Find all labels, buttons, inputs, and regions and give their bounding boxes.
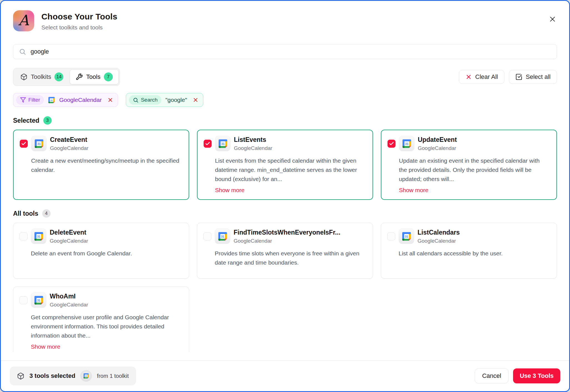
cancel-button[interactable]: Cancel — [475, 368, 509, 383]
svg-text:31: 31 — [85, 375, 88, 377]
tool-checkbox[interactable] — [388, 140, 396, 148]
selected-section-label: Selected — [13, 117, 39, 124]
filter-chip-value: GoogleCalendar — [59, 97, 102, 103]
remove-filter-icon[interactable] — [106, 96, 115, 104]
choose-tools-modal: A Choose Your Tools Select toolkits and … — [0, 0, 570, 392]
svg-text:31: 31 — [221, 142, 224, 145]
search-chip-value: "google" — [165, 97, 187, 103]
tool-description: Update an existing event in the specifie… — [399, 156, 550, 184]
tool-description: List events from the specified calendar … — [215, 156, 366, 184]
tool-name: WhoAmI — [50, 293, 88, 300]
search-icon — [19, 48, 26, 55]
show-more-link[interactable]: Show more — [31, 343, 60, 350]
modal-footer: 3 tools selected 31 from 1 toolkit Cance… — [1, 360, 569, 391]
svg-text:31: 31 — [221, 235, 224, 238]
tool-description: Provides time slots when everyone is fre… — [215, 249, 367, 267]
tool-card-listcalendars[interactable]: 31 ListCalendars GoogleCalendar List all… — [381, 223, 557, 279]
tool-card-createevent[interactable]: 31 CreateEvent GoogleCalendar Create a n… — [13, 130, 189, 200]
all-tools-count-badge: 4 — [42, 209, 51, 218]
svg-text:31: 31 — [405, 235, 408, 238]
clear-all-button[interactable]: Clear All — [459, 70, 504, 84]
clear-all-label: Clear All — [475, 73, 498, 81]
tool-checkbox[interactable] — [19, 232, 28, 240]
tool-card-deleteevent[interactable]: 31 DeleteEvent GoogleCalendar Delete an … — [13, 223, 189, 279]
toolkit-avatar: 31 — [80, 370, 92, 382]
tool-description: Delete an event from Google Calendar. — [31, 249, 183, 258]
wrench-icon — [76, 73, 83, 81]
page-subtitle: Select toolkits and tools — [41, 24, 117, 31]
google-calendar-icon: 31 — [399, 136, 414, 151]
google-calendar-icon: 31 — [48, 96, 55, 104]
google-calendar-icon: 31 — [215, 136, 231, 151]
tool-toolkit: GoogleCalendar — [418, 238, 460, 244]
google-calendar-icon: 31 — [31, 136, 47, 151]
close-icon[interactable] — [547, 14, 558, 25]
selected-tools-grid: 31 CreateEvent GoogleCalendar Create a n… — [13, 130, 557, 200]
search-small-icon — [133, 97, 139, 103]
tool-toolkit: GoogleCalendar — [234, 238, 340, 244]
show-more-link[interactable]: Show more — [215, 187, 244, 194]
tool-name: ListCalendars — [418, 229, 460, 236]
svg-text:31: 31 — [37, 142, 41, 145]
all-tools-section-label: All tools — [13, 210, 38, 217]
search-chip: Search "google" — [126, 93, 203, 107]
tools-selected-count: 3 tools selected — [29, 372, 75, 380]
use-tools-button[interactable]: Use 3 Tools — [513, 368, 560, 383]
search-chip-kind: Search — [129, 95, 161, 105]
tool-description: List all calendars accessible by the use… — [399, 249, 551, 258]
tool-checkbox[interactable] — [19, 296, 28, 304]
svg-text:31: 31 — [50, 99, 53, 101]
tool-name: CreateEvent — [50, 136, 88, 144]
selection-summary: 3 tools selected 31 from 1 toolkit — [10, 366, 136, 385]
from-toolkit-label: from 1 toolkit — [97, 373, 129, 379]
tool-card-listevents[interactable]: 31 ListEvents GoogleCalendar List events… — [197, 130, 373, 200]
google-calendar-icon: 31 — [31, 228, 46, 244]
tool-checkbox[interactable] — [203, 232, 211, 240]
tool-name: DeleteEvent — [50, 229, 88, 236]
funnel-icon — [20, 97, 26, 103]
selected-count-badge: 3 — [43, 116, 52, 125]
tool-toolkit: GoogleCalendar — [50, 238, 88, 244]
google-calendar-icon: 31 — [31, 292, 46, 308]
show-more-link[interactable]: Show more — [399, 187, 428, 194]
svg-text:31: 31 — [37, 235, 40, 238]
tab-label: Toolkits — [31, 73, 51, 81]
svg-text:31: 31 — [405, 142, 408, 145]
select-all-label: Select all — [526, 73, 551, 81]
filter-chip-kind: Filter — [16, 95, 44, 105]
tool-checkbox[interactable] — [387, 232, 395, 240]
tab-count-badge: 7 — [104, 72, 113, 81]
tab-count-badge: 14 — [54, 72, 63, 81]
tool-checkbox[interactable] — [20, 140, 28, 148]
tool-card-findtimeslotswheneveryoneisfr-[interactable]: 31 FindTimeSlotsWhenEveryoneIsFr... Goog… — [197, 223, 373, 279]
tool-card-whoami[interactable]: 31 WhoAmI GoogleCalendar Get comprehensi… — [13, 287, 189, 352]
search-box — [13, 44, 557, 59]
tool-checkbox[interactable] — [204, 140, 212, 148]
page-title: Choose Your Tools — [41, 12, 117, 21]
all-tools-grid: 31 DeleteEvent GoogleCalendar Delete an … — [13, 223, 557, 352]
app-logo-icon: A — [13, 10, 34, 31]
tab-label: Tools — [86, 73, 100, 81]
tool-toolkit: GoogleCalendar — [418, 145, 457, 151]
tab-toolkits[interactable]: Toolkits 14 — [14, 69, 69, 84]
google-calendar-icon: 31 — [215, 228, 230, 244]
tool-description: Get comprehensive user profile and Googl… — [31, 313, 183, 340]
search-input[interactable] — [31, 48, 551, 55]
view-segmented-control: Toolkits 14 Tools 7 — [13, 68, 120, 86]
tool-toolkit: GoogleCalendar — [50, 302, 88, 308]
remove-search-icon[interactable] — [191, 96, 200, 104]
google-calendar-icon: 31 — [83, 373, 89, 379]
tool-toolkit: GoogleCalendar — [234, 145, 272, 151]
select-all-button[interactable]: Select all — [509, 70, 557, 84]
tab-tools[interactable]: Tools 7 — [70, 69, 118, 84]
package-icon — [20, 73, 28, 81]
tool-toolkit: GoogleCalendar — [50, 145, 88, 151]
tool-name: FindTimeSlotsWhenEveryoneIsFr... — [234, 229, 340, 236]
check-square-icon — [515, 73, 522, 81]
svg-text:31: 31 — [37, 299, 40, 302]
app-logo-letter: A — [18, 13, 29, 27]
filter-chip: Filter 31 GoogleCalendar — [13, 93, 118, 107]
tool-card-updateevent[interactable]: 31 UpdateEvent GoogleCalendar Update an … — [381, 130, 557, 200]
tool-description: Create a new event/meeting/sync/meetup i… — [31, 156, 182, 175]
modal-header: A Choose Your Tools Select toolkits and … — [1, 1, 569, 31]
